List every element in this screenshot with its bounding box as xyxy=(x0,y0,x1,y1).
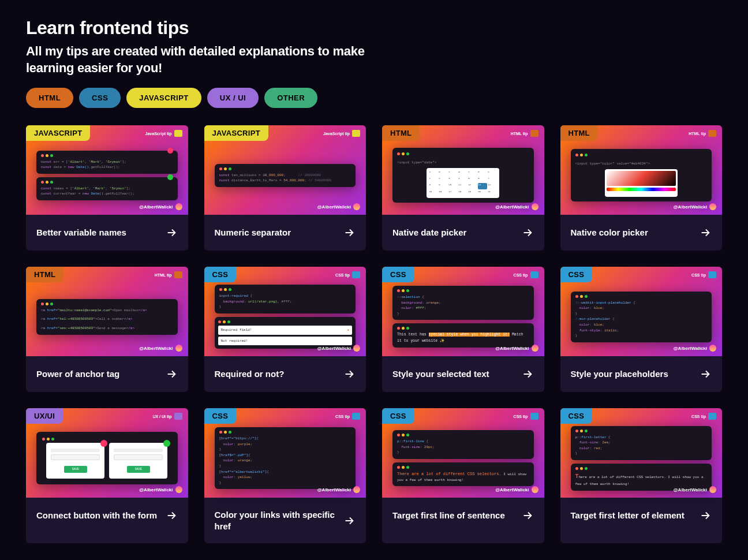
card-preview: JAVASCRIPT JavaScript tip const ten_mill… xyxy=(204,125,366,215)
card-title: Target first letter of element xyxy=(571,510,685,521)
filter-css[interactable]: CSS xyxy=(79,88,121,108)
card-title: Color your links with specific href xyxy=(215,509,338,532)
tip-label: CSS tip xyxy=(514,271,538,278)
card-preview: JAVASCRIPT JavaScript tip const arr = ['… xyxy=(26,125,188,215)
tip-card-style-selected-text[interactable]: CSS CSS tip ::selection { background: or… xyxy=(382,267,544,392)
tip-label: HTML tip xyxy=(155,271,182,278)
arrow-right-icon xyxy=(343,226,356,239)
card-category-tag: JAVASCRIPT xyxy=(204,125,268,141)
filter-bar: HTML CSS JAVASCRIPT UX / UI OTHER xyxy=(26,88,722,108)
tip-card-numeric-separator[interactable]: JAVASCRIPT JavaScript tip const ten_mill… xyxy=(204,125,366,251)
card-category-tag: UX/UI xyxy=(26,408,63,424)
tip-label: CSS tip xyxy=(514,413,538,420)
card-title: Target first line of sentence xyxy=(392,510,505,521)
tip-label: UX / UI tip xyxy=(152,413,182,420)
author-handle: @AlbertWalicki xyxy=(317,486,360,493)
card-title: Style your selected text xyxy=(392,368,489,380)
arrow-right-icon xyxy=(521,509,534,522)
filter-html[interactable]: HTML xyxy=(26,88,73,108)
card-title: Better variable names xyxy=(36,227,126,238)
card-preview: CSS CSS tip p::first-line { font-size: 2… xyxy=(382,408,544,498)
card-title: Style your placeholders xyxy=(571,368,668,380)
card-category-tag: CSS xyxy=(382,408,414,424)
card-category-tag: CSS xyxy=(204,408,237,424)
author-handle: @AlbertWalicki xyxy=(139,486,182,493)
card-preview: HTML HTML tip <a href="mailto:name1@exam… xyxy=(26,267,188,356)
tip-card-style-placeholders[interactable]: CSS CSS tip ::-webkit-input-placeholder … xyxy=(560,267,723,392)
card-preview: CSS CSS tip input:required { background:… xyxy=(204,267,366,356)
filter-ux-ui[interactable]: UX / UI xyxy=(207,88,259,108)
arrow-right-icon xyxy=(521,226,534,239)
arrow-right-icon xyxy=(521,368,534,380)
card-preview: UX/UI UX / UI tip SAVE SAVE xyxy=(26,408,188,498)
tip-label: CSS tip xyxy=(691,413,716,420)
arrow-right-icon xyxy=(165,368,178,380)
tip-label: JavaScript tip xyxy=(145,130,182,137)
tip-label: CSS tip xyxy=(335,413,360,420)
author-handle: @AlbertWalicki xyxy=(674,203,716,210)
tip-card-better-variable-names[interactable]: JAVASCRIPT JavaScript tip const arr = ['… xyxy=(26,125,188,251)
author-handle: @AlbertWalicki xyxy=(495,486,538,493)
tip-label: CSS tip xyxy=(691,271,716,278)
tip-card-color-links-href[interactable]: CSS CSS tip [href*="https://"]{ color: p… xyxy=(204,408,366,543)
tip-label: JavaScript tip xyxy=(323,130,360,137)
tip-card-power-of-anchor-tag[interactable]: HTML HTML tip <a href="mailto:name1@exam… xyxy=(26,267,188,392)
filter-javascript[interactable]: JAVASCRIPT xyxy=(126,88,201,108)
card-preview: CSS CSS tip ::selection { background: or… xyxy=(382,267,544,356)
author-handle: @AlbertWalicki xyxy=(495,203,538,210)
author-handle: @AlbertWalicki xyxy=(317,345,360,352)
tip-card-native-date-picker[interactable]: HTML HTML tip <input type="date"> SMTWTF… xyxy=(382,125,544,251)
card-title: Numeric separator xyxy=(215,227,291,238)
tip-label: HTML tip xyxy=(689,130,716,137)
page-title: Learn frontend tips xyxy=(26,17,722,39)
card-preview: CSS CSS tip ::-webkit-input-placeholder … xyxy=(560,267,723,356)
tip-card-native-color-picker[interactable]: HTML HTML tip <input type="color" value=… xyxy=(560,125,723,251)
author-handle: @AlbertWalicki xyxy=(317,203,360,210)
card-category-tag: HTML xyxy=(560,125,598,141)
filter-other[interactable]: OTHER xyxy=(264,88,317,108)
card-preview: HTML HTML tip <input type="date"> SMTWTF… xyxy=(382,125,544,215)
arrow-right-icon xyxy=(343,514,356,527)
card-category-tag: HTML xyxy=(26,267,63,282)
author-handle: @AlbertWalicki xyxy=(139,203,182,210)
tip-card-target-first-line[interactable]: CSS CSS tip p::first-line { font-size: 2… xyxy=(382,408,544,543)
card-category-tag: CSS xyxy=(204,267,237,282)
tip-card-required-or-not[interactable]: CSS CSS tip input:required { background:… xyxy=(204,267,366,392)
card-category-tag: CSS xyxy=(560,408,593,424)
arrow-right-icon xyxy=(165,509,178,522)
tips-grid: JAVASCRIPT JavaScript tip const arr = ['… xyxy=(26,125,722,543)
tip-card-connect-button-form[interactable]: UX/UI UX / UI tip SAVE SAVE xyxy=(26,408,188,543)
arrow-right-icon xyxy=(165,226,178,239)
card-category-tag: CSS xyxy=(382,267,414,282)
arrow-right-icon xyxy=(699,509,712,522)
card-title: Native color picker xyxy=(571,227,648,238)
tip-label: HTML tip xyxy=(511,130,538,137)
card-title: Connect button with the form xyxy=(36,510,157,521)
card-title: Power of anchor tag xyxy=(36,368,119,380)
author-handle: @AlbertWalicki xyxy=(674,486,716,493)
card-preview: CSS CSS tip [href*="https://"]{ color: p… xyxy=(204,408,366,498)
card-title: Native date picker xyxy=(392,227,466,238)
page-subtitle: All my tips are created with detailed ex… xyxy=(26,43,384,76)
arrow-right-icon xyxy=(699,368,712,380)
author-handle: @AlbertWalicki xyxy=(674,345,716,352)
arrow-right-icon xyxy=(343,368,356,380)
card-title: Required or not? xyxy=(215,368,285,380)
arrow-right-icon xyxy=(699,226,712,239)
card-preview: HTML HTML tip <input type="color" value=… xyxy=(560,125,723,215)
card-category-tag: CSS xyxy=(560,267,593,282)
tip-label: CSS tip xyxy=(335,271,360,278)
card-preview: CSS CSS tip p::first-letter { font-size:… xyxy=(560,408,723,498)
card-category-tag: JAVASCRIPT xyxy=(26,125,90,141)
card-category-tag: HTML xyxy=(382,125,420,141)
author-handle: @AlbertWalicki xyxy=(495,345,538,352)
tip-card-target-first-letter[interactable]: CSS CSS tip p::first-letter { font-size:… xyxy=(560,408,723,543)
author-handle: @AlbertWalicki xyxy=(139,345,182,352)
